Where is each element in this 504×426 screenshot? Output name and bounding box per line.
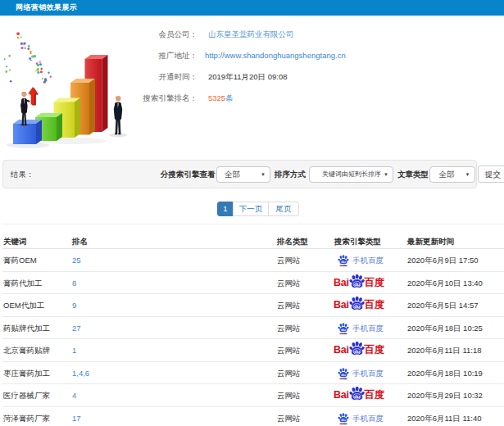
- info-row-rankcount: 搜索引擎排名： 5325条: [0, 93, 504, 103]
- baidu-logo-bai: Bai: [334, 294, 349, 316]
- table-row: 医疗器械厂家4云网站Bai du 百度2020年5月29日 10:32: [2, 384, 504, 407]
- cell-keyword: OEM代加工: [3, 294, 44, 316]
- svg-text:du: du: [341, 373, 346, 377]
- svg-text:du: du: [341, 328, 346, 332]
- baidu-paw-icon: du: [348, 342, 365, 355]
- col-rank-type: 排名类型: [277, 237, 308, 246]
- cell-rank: 25: [72, 249, 81, 271]
- svg-text:du: du: [341, 418, 346, 422]
- baidu-logo-bai: Bai: [334, 272, 349, 294]
- svg-text:du: du: [353, 394, 360, 399]
- chevron-down-icon: ▼: [384, 167, 388, 182]
- article-type-label: 文章类型: [397, 161, 429, 188]
- cell-engine-type: du 手机百度: [328, 407, 384, 426]
- cell-update-time: 2020年6月18日 10:19: [407, 362, 483, 384]
- cell-rank-type: 云网站: [277, 317, 301, 339]
- table-row: 枣庄膏药加工1,4,6云网站 du 手机百度2020年6月18日 10:19: [2, 362, 504, 385]
- rank-count-value: 5325条: [208, 93, 234, 104]
- article-type-select[interactable]: 全部 ▼: [429, 166, 475, 183]
- page-next[interactable]: 下一页: [233, 202, 269, 216]
- table-row: 北京膏药贴牌1云网站Bai du 百度2020年6月11日 11:18: [2, 339, 504, 362]
- mobile-baidu-label: 手机百度: [352, 249, 384, 271]
- rank-count-unit: 条: [225, 93, 234, 102]
- mobile-baidu-paw-icon: du: [338, 413, 349, 424]
- info-row-company: 会员公司： 山东皇圣堂药业有限公司: [0, 29, 504, 39]
- cell-rank-type: 云网站: [277, 294, 301, 316]
- cell-keyword: 北京膏药贴牌: [3, 339, 50, 361]
- cell-rank: 1: [72, 339, 76, 361]
- mobile-baidu-paw-icon: du: [338, 368, 349, 379]
- mobile-baidu-label: 手机百度: [352, 317, 384, 339]
- rank-count-number: 5325: [208, 93, 225, 102]
- table-header: 关键词 排名 排名类型 搜索引擎类型 最新更新时间: [2, 224, 504, 249]
- table-row: 药贴牌代加工27云网站 du 手机百度2020年6月18日 10:25: [2, 317, 504, 340]
- col-keyword: 关键词: [3, 237, 27, 246]
- svg-text:du: du: [341, 260, 346, 264]
- cell-engine-type: Bai du 百度: [328, 272, 384, 294]
- cell-rank: 9: [72, 294, 76, 316]
- baidu-paw-icon: du: [348, 387, 365, 400]
- cell-rank-type: 云网站: [277, 362, 301, 384]
- baidu-logo-cn: 百度: [365, 384, 384, 406]
- col-rank: 排名: [72, 237, 88, 246]
- cell-rank-type: 云网站: [277, 272, 301, 294]
- title-bar: 网络营销效果展示: [0, 0, 504, 16]
- info-label: 搜索引擎排名：: [79, 93, 198, 104]
- cell-rank: 8: [72, 272, 76, 294]
- cell-rank-type: 云网站: [277, 384, 301, 406]
- cell-rank: 4: [72, 384, 76, 406]
- sort-value: 关键词由短到长排序: [322, 170, 381, 178]
- cell-engine-type: du 手机百度: [328, 317, 384, 339]
- bar-chart-illustration: [0, 29, 139, 152]
- submit-button[interactable]: 提交: [478, 165, 504, 183]
- col-update-time: 最新更新时间: [407, 237, 454, 246]
- cell-keyword: 膏药代加工: [3, 272, 43, 294]
- bar-blue: [13, 120, 42, 144]
- engine-filter-label: 分搜索引擎查看: [161, 161, 216, 188]
- cell-update-time: 2020年6月5日 14:57: [407, 294, 479, 316]
- page-last[interactable]: 尾页: [268, 202, 299, 216]
- cell-engine-type: du 手机百度: [328, 249, 384, 271]
- info-label: 推广地址：: [79, 51, 198, 61]
- cell-update-time: 2020年6月10日 13:40: [407, 272, 483, 294]
- mobile-baidu-paw-icon: du: [338, 323, 349, 334]
- cell-engine-type: du 手机百度: [328, 362, 384, 384]
- mobile-baidu-paw-icon: du: [338, 255, 349, 266]
- cell-keyword: 膏药OEM: [3, 249, 37, 271]
- cell-rank-type: 云网站: [277, 249, 301, 271]
- cell-rank-type: 云网站: [277, 407, 301, 426]
- result-label: 结果：: [11, 161, 34, 188]
- cell-rank: 27: [72, 317, 81, 339]
- mobile-baidu-label: 手机百度: [352, 362, 384, 384]
- svg-text:du: du: [353, 349, 360, 354]
- cell-keyword: 菏泽膏药厂家: [3, 407, 50, 426]
- sort-select[interactable]: 关键词由短到长排序 ▼: [309, 166, 393, 183]
- mobile-baidu-label: 手机百度: [352, 407, 384, 426]
- baidu-logo-cn: 百度: [365, 294, 384, 316]
- table-row: 菏泽膏药厂家17云网站 du 手机百度2020年6月11日 11:40: [2, 407, 504, 426]
- info-row-url: 推广地址： http://www.shandonghuangshengtang.…: [0, 51, 504, 61]
- promo-url-link[interactable]: http://www.shandonghuangshengtang.cn: [205, 51, 346, 60]
- baidu-logo-cn: 百度: [365, 339, 384, 361]
- cell-rank: 1,4,6: [72, 362, 89, 384]
- svg-text:du: du: [353, 304, 360, 309]
- cell-update-time: 2020年5月29日 10:32: [407, 384, 483, 406]
- cell-update-time: 2020年6月11日 11:40: [407, 407, 482, 426]
- baidu-logo-bai: Bai: [334, 339, 349, 361]
- engine-filter-select[interactable]: 全部 ▼: [216, 166, 270, 183]
- cell-rank: 17: [72, 407, 81, 426]
- cell-rank-type: 云网站: [277, 339, 301, 361]
- cell-engine-type: Bai du 百度: [328, 294, 384, 316]
- info-label: 开通时间：: [79, 72, 198, 83]
- cell-engine-type: Bai du 百度: [328, 384, 384, 406]
- company-name-link[interactable]: 山东皇圣堂药业有限公司: [208, 29, 294, 40]
- open-time-value: 2019年11月20日 09:08: [208, 72, 287, 83]
- svg-text:du: du: [353, 282, 360, 287]
- chevron-down-icon: ▼: [261, 167, 266, 182]
- cell-keyword: 医疗器械厂家: [3, 384, 50, 406]
- baidu-logo-cn: 百度: [365, 272, 384, 294]
- cell-update-time: 2020年6月9日 17:50: [407, 249, 479, 271]
- cell-keyword: 药贴牌代加工: [3, 317, 50, 339]
- cell-keyword: 枣庄膏药加工: [3, 362, 50, 384]
- page-current[interactable]: 1: [217, 202, 234, 216]
